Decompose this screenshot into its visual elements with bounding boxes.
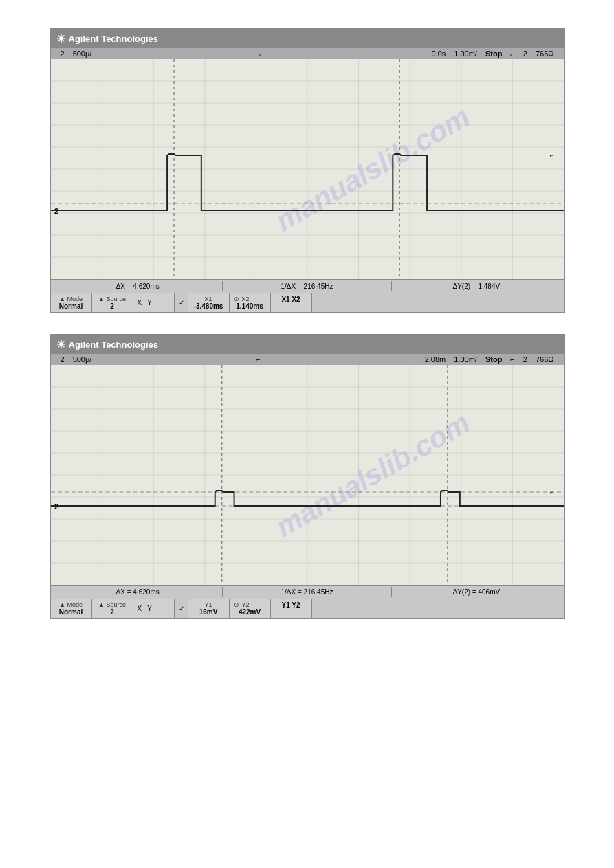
osc2-trigger-symbol: ⌐ bbox=[96, 355, 420, 364]
osc1-screen: manualslib.com bbox=[51, 59, 564, 279]
osc2-y2-icon: ⊙ bbox=[234, 601, 239, 608]
osc1-header: ✳ Agilent Technologies bbox=[51, 30, 564, 48]
osc1-source-label: ▲ Source bbox=[96, 296, 129, 302]
osc2-screen: manualslib.com bbox=[51, 365, 564, 585]
osc1-x2-icon: ⊙ bbox=[234, 296, 239, 302]
osc1-x2-label: X2 bbox=[242, 296, 250, 302]
osc1-source-value: 2 bbox=[96, 302, 129, 310]
osc1-brand: Agilent Technologies bbox=[69, 34, 159, 44]
osc2-trigger-pos: 2.08m bbox=[421, 355, 450, 364]
osc2-mode-value: Normal bbox=[55, 608, 87, 616]
osc2-y2-btn[interactable]: ⊙ Y2 422mV bbox=[230, 599, 271, 618]
oscilloscope-2: ✳ Agilent Technologies 2 500μ/ ⌐ 2.08m 1… bbox=[50, 334, 565, 619]
osc1-status-bar: 2 500μ/ ⌐ 0.0s 1.00m/ Stop ⌐ 2 766Ω bbox=[51, 48, 564, 59]
oscilloscope-1: ✳ Agilent Technologies 2 500μ/ ⌐ 0.0s 1.… bbox=[50, 28, 565, 313]
osc2-y1-value: 16mV bbox=[193, 608, 225, 616]
osc1-x1-label: X1 bbox=[193, 296, 225, 302]
svg-text:2: 2 bbox=[54, 502, 58, 511]
osc1-delta-x: ΔX = 4.620ms bbox=[54, 281, 223, 291]
osc1-source-btn[interactable]: ▲ Source 2 bbox=[92, 293, 133, 312]
osc2-y1y2-btn[interactable]: Y1 Y2 bbox=[271, 599, 312, 618]
osc1-mode-value: Normal bbox=[55, 302, 87, 310]
osc1-x2-btn[interactable]: ⊙ X2 1.140ms bbox=[230, 293, 271, 312]
osc2-y2-title: ⊙ Y2 bbox=[234, 601, 266, 608]
osc1-delta-y: ΔY(2) = 1.484V bbox=[392, 281, 560, 291]
osc1-status: Stop bbox=[481, 49, 506, 58]
osc2-y2-value: 422mV bbox=[234, 608, 266, 616]
osc2-trigger-icon: ⌐ bbox=[506, 355, 518, 364]
osc2-time-div: 1.00m/ bbox=[450, 355, 481, 364]
osc1-x-label: X bbox=[138, 299, 142, 307]
osc2-signal-svg: 2 ⌐ bbox=[51, 365, 564, 585]
osc1-check-mark: ✓ bbox=[179, 299, 184, 307]
osc2-y2-label: Y2 bbox=[242, 601, 250, 608]
osc1-logo: ✳ Agilent Technologies bbox=[56, 32, 159, 45]
osc2-measurements: ΔX = 4.620ms 1/ΔX = 216.45Hz ΔY(2) = 406… bbox=[51, 585, 564, 599]
osc2-threshold: 766Ω bbox=[531, 355, 558, 364]
osc2-source-label: ▲ Source bbox=[96, 601, 129, 608]
osc2-y1y2-label: Y1 Y2 bbox=[275, 601, 307, 609]
osc2-status-bar: 2 500μ/ ⌐ 2.08m 1.00m/ Stop ⌐ 2 766Ω bbox=[51, 354, 564, 365]
osc1-time-div: 1.00m/ bbox=[450, 49, 481, 58]
osc2-source-btn[interactable]: ▲ Source 2 bbox=[92, 599, 133, 618]
page-divider bbox=[21, 14, 593, 14]
osc1-xy-btn[interactable]: X Y bbox=[133, 293, 175, 312]
osc2-y1-label: Y1 bbox=[193, 601, 225, 608]
osc1-threshold: 766Ω bbox=[531, 49, 558, 58]
agilent-logo-icon: ✳ bbox=[56, 32, 65, 45]
osc1-scale: 500μ/ bbox=[69, 49, 96, 58]
osc2-delta-y: ΔY(2) = 406mV bbox=[392, 587, 560, 597]
osc1-mode-label: ▲ Mode bbox=[55, 296, 87, 302]
svg-text:⌐: ⌐ bbox=[550, 489, 553, 496]
osc2-header: ✳ Agilent Technologies bbox=[51, 335, 564, 354]
osc1-x-check: ✓ bbox=[175, 293, 188, 312]
osc2-source-value: 2 bbox=[96, 608, 129, 616]
osc1-x1-btn[interactable]: X1 -3.480ms bbox=[188, 293, 230, 312]
osc1-channel: 2 bbox=[56, 49, 69, 58]
osc2-brand: Agilent Technologies bbox=[69, 340, 159, 350]
osc2-status: Stop bbox=[481, 355, 506, 364]
osc1-signal-svg: 2 ⌐ bbox=[51, 59, 564, 279]
osc1-trigger-symbol: ⌐ bbox=[96, 49, 427, 58]
osc1-x1-value: -3.480ms bbox=[193, 302, 225, 310]
osc1-measurements: ΔX = 4.620ms 1/ΔX = 216.45Hz ΔY(2) = 1.4… bbox=[51, 279, 564, 293]
osc1-x2-value: 1.140ms bbox=[234, 302, 266, 310]
osc2-y-label: Y bbox=[147, 605, 152, 612]
osc1-mode-btn[interactable]: ▲ Mode Normal bbox=[51, 293, 92, 312]
osc1-trigger-icon: ⌐ bbox=[506, 49, 518, 58]
osc2-scale: 500μ/ bbox=[69, 355, 96, 364]
osc1-x1x2-btn[interactable]: X1 X2 bbox=[271, 293, 312, 312]
osc2-y1-btn[interactable]: Y1 16mV bbox=[188, 599, 230, 618]
osc1-inv-delta-x: 1/ΔX = 216.45Hz bbox=[223, 281, 392, 291]
agilent-logo-icon-2: ✳ bbox=[56, 338, 65, 351]
svg-text:2: 2 bbox=[54, 207, 58, 215]
osc2-logo: ✳ Agilent Technologies bbox=[56, 338, 159, 351]
osc2-inv-delta-x: 1/ΔX = 216.45Hz bbox=[223, 587, 392, 597]
osc2-check-mark: ✓ bbox=[179, 605, 184, 612]
osc2-controls: ▲ Mode Normal ▲ Source 2 X Y ✓ Y1 16mV ⊙… bbox=[51, 599, 564, 618]
osc2-mode-label: ▲ Mode bbox=[55, 601, 87, 608]
osc2-delta-x: ΔX = 4.620ms bbox=[54, 587, 223, 597]
osc1-trigger-pos: 0.0s bbox=[427, 49, 450, 58]
osc1-x1x2-label: X1 X2 bbox=[275, 296, 307, 303]
osc2-channel: 2 bbox=[56, 355, 69, 364]
svg-text:⌐: ⌐ bbox=[550, 152, 553, 159]
osc2-x-check: ✓ bbox=[175, 599, 188, 618]
osc1-trigger-ch: 2 bbox=[519, 49, 531, 58]
osc1-x2-title: ⊙ X2 bbox=[234, 296, 266, 302]
osc1-y-label: Y bbox=[147, 299, 152, 307]
osc2-xy-btn[interactable]: X Y bbox=[133, 599, 175, 618]
osc2-x-label: X bbox=[138, 605, 142, 612]
osc2-mode-btn[interactable]: ▲ Mode Normal bbox=[51, 599, 92, 618]
osc1-controls: ▲ Mode Normal ▲ Source 2 X Y ✓ X1 -3.480… bbox=[51, 293, 564, 312]
osc2-trigger-ch: 2 bbox=[519, 355, 531, 364]
